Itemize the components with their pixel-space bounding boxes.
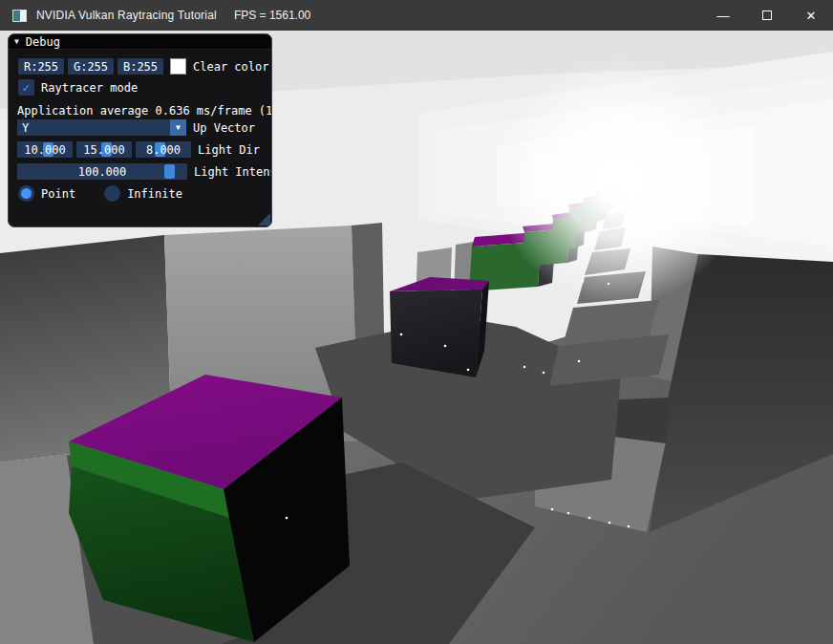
window-titlebar: NVIDIA Vulkan Raytracing Tutorial FPS = … — [0, 0, 833, 31]
minimize-button[interactable]: — — [701, 0, 745, 31]
speckle-dot — [543, 372, 545, 375]
color-r-field[interactable]: R:255 — [18, 58, 64, 75]
app-icon — [12, 10, 27, 22]
up-vector-combo[interactable]: Y ▼ — [17, 119, 186, 136]
light-dir-x-value: 10.000 — [24, 143, 65, 157]
clear-color-row: R:255 G:255 B:255 Clear color — [18, 58, 268, 75]
raytracer-row: ✓ Raytracer mode — [18, 79, 138, 96]
window-title: NVIDIA Vulkan Raytracing Tutorial — [36, 9, 217, 22]
debug-panel-body: R:255 G:255 B:255 Clear color ✓ Raytrace… — [9, 50, 271, 227]
clear-color-swatch[interactable] — [170, 58, 186, 75]
close-button[interactable]: ✕ — [789, 0, 833, 31]
light-intensity-slider[interactable]: 100.000 — [17, 163, 187, 180]
light-dir-y-value: 15.000 — [83, 143, 124, 157]
checkmark-icon: ✓ — [23, 81, 31, 94]
speckle-dot — [578, 360, 581, 363]
speckle-dot — [286, 517, 288, 520]
color-b-field[interactable]: B:255 — [117, 58, 163, 75]
debug-panel: ▼ Debug R:255 G:255 B:255 Clear color ✓ … — [8, 33, 272, 227]
up-vector-label: Up Vector — [193, 121, 255, 135]
speckle-dot — [444, 345, 447, 348]
radio-infinite[interactable] — [104, 185, 120, 202]
speckle-dot — [588, 517, 591, 520]
raytracer-label: Raytracer mode — [41, 81, 138, 95]
radio-point-label: Point — [41, 187, 75, 201]
speckle-dot — [609, 522, 611, 525]
speckle-dot — [567, 512, 570, 515]
scene-midcube-front — [390, 290, 482, 377]
light-intensity-label: Light Intens — [194, 165, 272, 179]
app-icon-right — [20, 11, 26, 21]
up-vector-row: Y ▼ Up Vector — [17, 119, 255, 136]
slider-grab[interactable] — [164, 164, 175, 179]
light-intensity-row: 100.000 Light Intens — [17, 163, 272, 180]
speckle-dot — [608, 283, 610, 286]
clear-color-label: Clear color — [193, 60, 268, 74]
perf-stats-text: Application average 0.636 ms/frame (15 — [17, 104, 272, 118]
color-g-field[interactable]: G:255 — [68, 58, 114, 75]
minimize-icon: — — [717, 9, 730, 23]
debug-panel-title: Debug — [26, 35, 60, 49]
light-intensity-value: 100.000 — [78, 165, 127, 179]
chevron-down-icon: ▼ — [176, 123, 181, 132]
speckle-dot — [523, 366, 526, 369]
collapse-arrow-icon: ▼ — [14, 37, 19, 46]
speckle-dot — [582, 280, 585, 283]
light-dir-z-slider[interactable]: 8.000 — [136, 141, 191, 158]
combo-arrow-button[interactable]: ▼ — [170, 119, 186, 136]
resize-grip[interactable] — [258, 213, 270, 225]
up-vector-value: Y — [22, 121, 29, 135]
light-dir-y-slider[interactable]: 15.000 — [76, 141, 132, 158]
light-dir-row: 10.000 15.000 8.000 Light Dir — [17, 141, 260, 158]
fps-counter: FPS = 1561.00 — [234, 9, 310, 22]
light-dir-z-value: 8.000 — [146, 143, 181, 157]
light-glow-core — [573, 135, 665, 226]
speckle-dot — [467, 369, 470, 372]
maximize-icon — [762, 11, 772, 20]
raytracer-checkbox[interactable]: ✓ — [18, 79, 34, 96]
radio-point[interactable] — [18, 185, 34, 202]
light-dir-label: Light Dir — [198, 143, 260, 157]
close-icon: ✕ — [806, 9, 817, 23]
speckle-dot — [628, 526, 630, 528]
light-type-row: Point Infinite — [18, 185, 182, 202]
light-dir-x-slider[interactable]: 10.000 — [17, 141, 73, 158]
maximize-button[interactable] — [745, 0, 789, 31]
debug-panel-header[interactable]: ▼ Debug — [9, 34, 271, 50]
app-icon-left — [13, 11, 20, 21]
window-controls: — ✕ — [701, 0, 833, 31]
speckle-dot — [400, 333, 403, 336]
speckle-dot — [551, 508, 554, 511]
radio-infinite-label: Infinite — [127, 187, 182, 201]
